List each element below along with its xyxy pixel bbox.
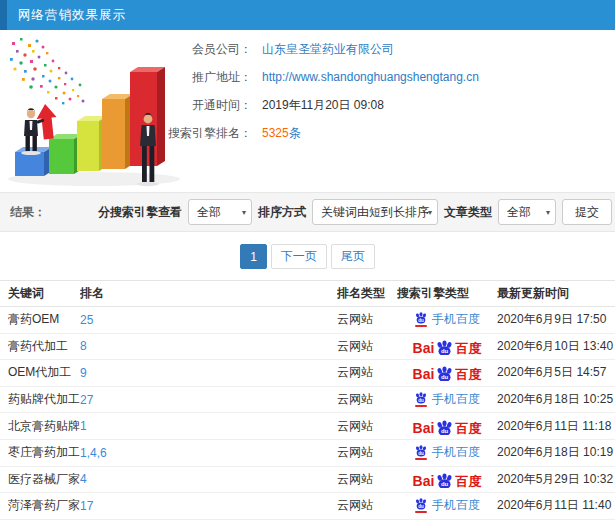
table-row: 药贴牌代加工 27 云网站 du 手机百度 2020年6月18日 1 [0, 387, 615, 414]
updated-cell: 2020年6月9日 17:50 [497, 311, 615, 328]
chevron-down-icon: ▾ [428, 208, 432, 217]
keyword-cell: 膏药OEM [0, 311, 80, 328]
updated-cell: 2020年6月5日 14:57 [497, 364, 615, 381]
baidu-logo[interactable]: Bai du 百度 [413, 338, 482, 355]
mobile-baidu-label: 手机百度 [432, 497, 480, 514]
title-bar-accent [0, 0, 7, 30]
table-body: 膏药OEM 25 云网站 du 手机百度 2020年6月9日 17: [0, 307, 615, 520]
baidu-prefix-text: Bai [413, 341, 435, 355]
keyword-cell: 枣庄膏药加工 [0, 444, 80, 461]
updated-cell: 2020年6月18日 10:25 [497, 391, 615, 408]
rank-type-cell: 云网站 [337, 418, 397, 435]
rank-link[interactable]: 17 [80, 499, 93, 513]
promo-url-link[interactable]: http://www.shandonghuangshengtang.cn [262, 70, 479, 84]
mobile-baidu-badge[interactable]: du 手机百度 [414, 391, 480, 408]
article-type-select-value: 全部 [507, 204, 531, 221]
mobile-baidu-label: 手机百度 [432, 311, 480, 328]
header-rank-type: 排名类型 [337, 285, 397, 302]
updated-cell: 2020年6月11日 11:18 [497, 418, 615, 435]
chevron-down-icon: ▾ [546, 208, 550, 217]
info-row-rank-count: 搜索引擎排名： 5325条 [158, 124, 615, 142]
svg-text:du: du [441, 428, 449, 434]
info-row-open-time: 开通时间： 2019年11月20日 09:08 [158, 96, 615, 114]
svg-text:du: du [418, 451, 424, 456]
filter-controls: 分搜索引擎查看 全部 ▾ 排序方式 关键词由短到长排序 ▾ 文章类型 全部 ▾ … [98, 199, 612, 225]
mobile-baidu-paw-icon: du [414, 312, 428, 327]
engine-filter-label: 分搜索引擎查看 [98, 204, 182, 221]
baidu-logo[interactable]: Bai du 百度 [413, 364, 482, 381]
baidu-paw-icon: du [435, 420, 454, 435]
company-link[interactable]: 山东皇圣堂药业有限公司 [262, 41, 394, 58]
rank-link[interactable]: 27 [80, 393, 93, 407]
rank-count-number: 5325 [262, 126, 289, 140]
header-updated: 最新更新时间 [497, 285, 615, 302]
rank-link[interactable]: 4 [80, 472, 87, 486]
header-engine-type: 搜索引擎类型 [397, 285, 497, 302]
baidu-paw-icon: du [435, 366, 454, 381]
engine-select-value: 全部 [197, 204, 221, 221]
rank-type-cell: 云网站 [337, 497, 397, 514]
chevron-down-icon: ▾ [242, 208, 246, 217]
baidu-prefix-text: Bai [413, 367, 435, 381]
mobile-baidu-badge[interactable]: du 手机百度 [414, 444, 480, 461]
baidu-logo[interactable]: Bai du 百度 [413, 471, 482, 488]
engine-select[interactable]: 全部 ▾ [188, 199, 252, 225]
sort-select[interactable]: 关键词由短到长排序 ▾ [312, 199, 438, 225]
submit-button[interactable]: 提交 [562, 199, 612, 225]
baidu-suffix-text: 百度 [455, 342, 481, 355]
rank-type-cell: 云网站 [337, 471, 397, 488]
rank-link[interactable]: 9 [80, 366, 87, 380]
promo-url-label: 推广地址： [158, 69, 252, 86]
rank-link[interactable]: 25 [80, 313, 93, 327]
updated-cell: 2020年6月11日 11:40 [497, 497, 615, 514]
rank-link[interactable]: 1 [80, 419, 87, 433]
open-time-value: 2019年11月20日 09:08 [262, 97, 384, 114]
page-title: 网络营销效果展示 [18, 7, 126, 24]
account-info: 会员公司： 山东皇圣堂药业有限公司 推广地址： http://www.shand… [158, 40, 615, 152]
last-page-button[interactable]: 尾页 [331, 244, 375, 269]
table-header-row: 关键词 排名 排名类型 搜索引擎类型 最新更新时间 [0, 280, 615, 307]
svg-text:du: du [441, 375, 449, 381]
mobile-baidu-label: 手机百度 [432, 391, 480, 408]
baidu-paw-icon: du [435, 473, 454, 488]
rank-link[interactable]: 1,4,6 [80, 446, 107, 460]
confetti-dots [10, 38, 85, 104]
table-row: OEM代加工 9 云网站 Bai du 百度 2020年6月5日 14:57 [0, 360, 615, 387]
page-1-button[interactable]: 1 [240, 244, 267, 269]
svg-text:du: du [441, 481, 449, 487]
svg-text:du: du [441, 348, 449, 354]
updated-cell: 2020年6月10日 13:40 [497, 338, 615, 355]
keyword-cell: 膏药代加工 [0, 338, 80, 355]
mobile-baidu-label: 手机百度 [432, 444, 480, 461]
rank-type-cell: 云网站 [337, 391, 397, 408]
baidu-logo[interactable]: Bai du 百度 [413, 418, 482, 435]
article-type-select[interactable]: 全部 ▾ [498, 199, 556, 225]
table-row: 北京膏药贴牌 1 云网站 Bai du 百度 2020年6月11日 11:18 [0, 413, 615, 440]
table-row: 医疗器械厂家 4 云网站 Bai du 百度 2020年5月29日 10:32 [0, 467, 615, 494]
baidu-prefix-text: Bai [413, 474, 435, 488]
rank-link[interactable]: 8 [80, 339, 87, 353]
baidu-paw-icon: du [435, 340, 454, 355]
header-keyword: 关键词 [0, 285, 80, 302]
mobile-baidu-paw-icon: du [414, 445, 428, 460]
rank-count-suffix: 条 [289, 126, 301, 140]
next-page-button[interactable]: 下一页 [271, 244, 327, 269]
filter-bar: 结果： 分搜索引擎查看 全部 ▾ 排序方式 关键词由短到长排序 ▾ 文章类型 全… [0, 192, 615, 232]
info-row-company: 会员公司： 山东皇圣堂药业有限公司 [158, 40, 615, 58]
title-bar: 网络营销效果展示 [0, 0, 615, 30]
results-table: 关键词 排名 排名类型 搜索引擎类型 最新更新时间 膏药OEM 25 云网站 d… [0, 280, 615, 520]
mobile-baidu-paw-icon: du [414, 498, 428, 513]
header-rank: 排名 [80, 285, 337, 302]
keyword-cell: 菏泽膏药厂家 [0, 497, 80, 514]
company-label: 会员公司： [158, 41, 252, 58]
svg-text:du: du [418, 318, 424, 323]
baidu-suffix-text: 百度 [455, 475, 481, 488]
bar-orange [102, 94, 133, 169]
mobile-baidu-paw-icon: du [414, 392, 428, 407]
rank-type-cell: 云网站 [337, 338, 397, 355]
pagination: 1 下一页 尾页 [0, 244, 615, 269]
article-type-label: 文章类型 [444, 204, 492, 221]
rank-count-value[interactable]: 5325条 [262, 125, 301, 142]
mobile-baidu-badge[interactable]: du 手机百度 [414, 497, 480, 514]
mobile-baidu-badge[interactable]: du 手机百度 [414, 311, 480, 328]
